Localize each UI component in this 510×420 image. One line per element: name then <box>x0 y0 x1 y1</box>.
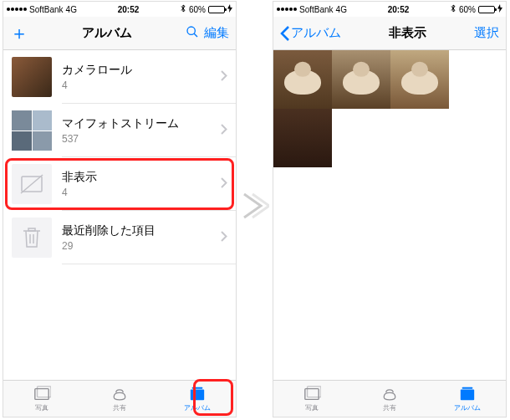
album-count: 4 <box>62 79 211 91</box>
edit-button[interactable]: 編集 <box>204 25 229 41</box>
navbar: アルバム 非表示 選択 <box>273 17 506 50</box>
nav-left: アルバム <box>280 25 341 41</box>
tab-label: アルバム <box>184 403 211 412</box>
tab-label: 共有 <box>113 403 126 412</box>
carrier-label: SoftBank <box>29 5 64 14</box>
album-count: 4 <box>62 187 211 198</box>
statusbar: SoftBank 4G 20:52 60% <box>3 2 236 17</box>
back-label: アルバム <box>291 25 341 41</box>
album-row-deleted[interactable]: 最近削除した項目 29 <box>3 211 236 264</box>
tab-photos[interactable]: 写真 <box>3 381 81 417</box>
tab-photos[interactable]: 写真 <box>273 381 351 417</box>
network-label: 4G <box>66 5 77 14</box>
tab-albums[interactable]: アルバム <box>428 381 506 417</box>
nav-right: 編集 <box>186 25 229 41</box>
signal-icon <box>277 8 297 11</box>
album-thumb <box>12 57 52 97</box>
photo-thumb[interactable] <box>332 50 390 109</box>
svg-rect-8 <box>190 389 203 400</box>
photo-grid-content <box>273 50 506 380</box>
svg-rect-12 <box>460 389 473 400</box>
tabbar: 写真 共有 アルバム <box>273 380 506 417</box>
status-time: 20:52 <box>388 5 410 14</box>
photo-thumb[interactable] <box>273 109 332 167</box>
nav-title: アルバム <box>28 25 186 41</box>
svg-line-3 <box>21 175 43 193</box>
carrier-label: SoftBank <box>299 5 334 14</box>
tab-albums[interactable]: アルバム <box>158 381 236 417</box>
album-name: マイフォトストリーム <box>62 116 211 131</box>
arrow-right-icon <box>241 189 269 223</box>
chevron-right-icon <box>221 230 227 245</box>
statusbar-left: SoftBank 4G <box>7 5 77 14</box>
navbar: ＋ アルバム 編集 <box>3 17 236 50</box>
statusbar-right: 60% <box>450 4 502 14</box>
bluetooth-icon <box>450 4 456 14</box>
phone-right: SoftBank 4G 20:52 60% アルバム 非表示 選択 <box>273 1 507 417</box>
album-count: 537 <box>62 133 211 145</box>
statusbar-left: SoftBank 4G <box>277 5 347 14</box>
tab-shared[interactable]: 共有 <box>81 381 159 417</box>
charging-icon <box>497 4 502 14</box>
tab-label: アルバム <box>454 403 481 412</box>
album-name: カメラロール <box>62 63 211 78</box>
photo-thumb[interactable] <box>273 50 332 109</box>
tab-shared[interactable]: 共有 <box>351 381 429 417</box>
battery-pct: 60% <box>459 5 476 14</box>
back-button[interactable]: アルバム <box>280 25 341 41</box>
album-row-photostream[interactable]: マイフォトストリーム 537 <box>3 104 236 157</box>
trash-icon <box>12 218 52 258</box>
statusbar: SoftBank 4G 20:52 60% <box>273 2 506 17</box>
tab-label: 写真 <box>305 403 319 412</box>
hidden-icon <box>12 164 52 204</box>
add-button[interactable]: ＋ <box>10 24 28 43</box>
photo-grid <box>273 50 506 167</box>
nav-title: 非表示 <box>341 25 474 41</box>
tab-label: 共有 <box>383 403 396 412</box>
album-name: 非表示 <box>62 170 211 185</box>
album-count: 29 <box>62 240 211 252</box>
chevron-right-icon <box>221 69 227 85</box>
album-row-hidden[interactable]: 非表示 4 <box>3 157 236 211</box>
album-row-camera-roll[interactable]: カメラロール 4 <box>3 50 236 104</box>
album-thumb <box>12 110 52 151</box>
tab-label: 写真 <box>35 403 48 412</box>
svg-rect-9 <box>191 387 202 388</box>
network-label: 4G <box>336 5 347 14</box>
status-time: 20:52 <box>118 5 140 14</box>
statusbar-right: 60% <box>180 4 232 14</box>
svg-line-1 <box>194 33 197 37</box>
battery-icon <box>208 6 225 13</box>
album-list: カメラロール 4 マイフォトストリーム 537 非表示 <box>3 50 236 380</box>
album-name: 最近削除した項目 <box>62 223 211 238</box>
chevron-right-icon <box>221 177 227 192</box>
tabbar: 写真 共有 アルバム <box>3 380 236 417</box>
search-icon[interactable] <box>186 25 199 41</box>
photo-thumb[interactable] <box>390 50 449 109</box>
nav-right: 選択 <box>474 25 499 41</box>
battery-icon <box>478 6 495 13</box>
charging-icon <box>227 4 232 14</box>
chevron-right-icon <box>221 123 227 138</box>
signal-icon <box>7 8 27 11</box>
svg-point-0 <box>187 27 195 34</box>
svg-rect-13 <box>462 387 472 388</box>
nav-left: ＋ <box>10 24 28 43</box>
battery-pct: 60% <box>189 5 206 14</box>
bluetooth-icon <box>180 4 186 14</box>
select-button[interactable]: 選択 <box>474 25 499 41</box>
phone-left: SoftBank 4G 20:52 60% ＋ アルバム 編集 <box>3 1 237 417</box>
